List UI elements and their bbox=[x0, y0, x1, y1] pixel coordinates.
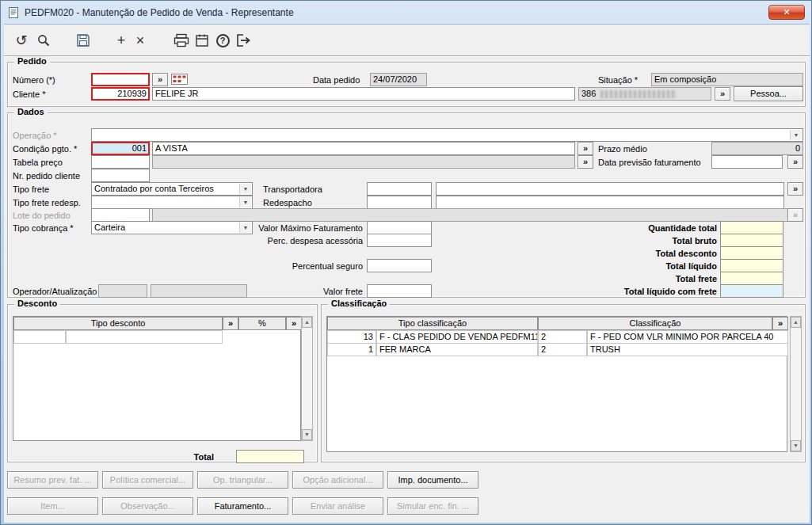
pessoa-lookup-button[interactable]: » bbox=[715, 87, 730, 101]
pessoa-button[interactable]: Pessoa... bbox=[734, 86, 803, 101]
row1-tipo-descricao[interactable]: F - CLAS PEDIDO DE VENDA PEDFM113 bbox=[376, 330, 538, 344]
scroll-down-icon[interactable]: ▼ bbox=[791, 440, 801, 451]
redacted-person-name bbox=[600, 90, 677, 98]
desconto-tipo-lookup-button[interactable]: » bbox=[223, 317, 238, 330]
schedule-button[interactable] bbox=[193, 31, 212, 50]
numero-matrix-button[interactable] bbox=[171, 74, 188, 85]
data-previsao-input[interactable] bbox=[711, 155, 783, 169]
scroll-up-icon[interactable]: ▲ bbox=[302, 317, 312, 328]
tipo-frete-label: Tipo frete bbox=[13, 185, 49, 194]
operacao-combo[interactable]: ▼ bbox=[91, 128, 803, 142]
condicao-pgto-lookup-button[interactable]: » bbox=[578, 142, 593, 155]
operador-label: Operador/Atualização bbox=[13, 287, 97, 296]
numero-lookup-button[interactable]: » bbox=[152, 73, 168, 86]
perc-despesa-label: Perc. despesa acessória bbox=[257, 236, 363, 245]
calendar-icon bbox=[195, 33, 209, 48]
redespacho-descricao-field bbox=[436, 196, 784, 209]
chevron-down-icon[interactable]: ▼ bbox=[239, 197, 251, 207]
total-liquido-label: Total líquido bbox=[570, 261, 717, 271]
save-icon bbox=[76, 33, 90, 48]
dados-legend: Dados bbox=[14, 107, 48, 116]
lote-pedido-descricao-field bbox=[152, 208, 803, 222]
transportadora-descricao-field bbox=[436, 182, 784, 196]
transportadora-input[interactable] bbox=[367, 182, 432, 196]
help-button[interactable]: ? bbox=[213, 31, 232, 50]
delete-button[interactable]: × bbox=[131, 31, 150, 50]
transportadora-lookup-button[interactable]: » bbox=[787, 182, 803, 196]
op-triangular-button: Op. triangular... bbox=[197, 471, 288, 489]
tipo-frete-combo[interactable]: Contratado por conta Terceiros ▼ bbox=[91, 182, 253, 196]
classificacao-lookup-button[interactable]: » bbox=[772, 317, 788, 330]
search-button[interactable] bbox=[34, 31, 53, 50]
lote-pedido-label: Lote do pedido bbox=[13, 211, 71, 220]
percentual-seguro-label: Percentual seguro bbox=[257, 261, 363, 271]
tipo-frete-redesp-combo[interactable]: ▼ bbox=[91, 196, 253, 209]
save-button[interactable] bbox=[74, 31, 93, 50]
tipo-cobranca-combo[interactable]: Carteira ▼ bbox=[91, 221, 253, 234]
exit-button[interactable] bbox=[234, 31, 253, 50]
numero-input[interactable] bbox=[91, 73, 150, 86]
row2-codigo[interactable]: 2 bbox=[538, 343, 587, 356]
desconto-percentual-lookup-button[interactable]: » bbox=[286, 317, 302, 330]
operador-field-2 bbox=[151, 284, 247, 298]
data-previsao-lookup-button[interactable]: » bbox=[787, 155, 803, 169]
condicao-pgto-input[interactable]: 001 bbox=[91, 142, 150, 155]
tabela-preco-input[interactable] bbox=[91, 155, 150, 169]
cliente-codigo-input[interactable]: 210939 bbox=[91, 87, 150, 101]
classificacao-legend: Classificação bbox=[328, 299, 390, 308]
redespacho-input[interactable] bbox=[367, 196, 432, 209]
tabela-preco-descricao-field bbox=[152, 155, 575, 169]
row1-tipo-codigo[interactable]: 13 bbox=[327, 330, 376, 344]
faturamento-button[interactable]: Faturamento... bbox=[197, 497, 288, 515]
valor-frete-input[interactable] bbox=[367, 284, 432, 298]
scroll-up-icon[interactable]: ▲ bbox=[791, 317, 801, 328]
undo-icon: ↺ bbox=[15, 33, 27, 48]
print-button[interactable] bbox=[172, 31, 191, 50]
chevron-down-icon[interactable]: ▼ bbox=[790, 130, 802, 140]
desconto-cell-descricao[interactable] bbox=[66, 330, 223, 344]
total-bruto-field bbox=[720, 234, 783, 247]
close-button[interactable]: ✕ bbox=[768, 5, 805, 20]
pessoa-codigo-field: 386 bbox=[578, 87, 711, 101]
title-bar[interactable]: PEDFM020 - Manutenção de Pedido de Venda… bbox=[1, 1, 811, 24]
nr-pedido-cliente-label: Nr. pedido cliente bbox=[13, 171, 80, 181]
row2-tipo-codigo[interactable]: 1 bbox=[327, 343, 376, 356]
classificacao-header-tipo: Tipo classificação bbox=[327, 317, 538, 330]
desconto-total-field bbox=[236, 450, 304, 463]
opcao-adicional-button: Opção adicional... bbox=[292, 471, 383, 489]
chevron-down-icon[interactable]: ▼ bbox=[239, 223, 251, 233]
operacao-label: Operação * bbox=[13, 131, 57, 140]
row2-tipo-descricao[interactable]: FER MARCA bbox=[376, 343, 538, 356]
imp-documento-button[interactable]: Imp. documento... bbox=[387, 471, 478, 489]
lote-pedido-input[interactable] bbox=[91, 208, 150, 222]
close-icon: ✕ bbox=[783, 7, 790, 17]
tabela-preco-lookup-button[interactable]: » bbox=[578, 155, 593, 169]
nr-pedido-cliente-input[interactable] bbox=[91, 169, 150, 182]
total-desconto-label: Total desconto bbox=[570, 249, 717, 258]
politica-comercial-button: Política comercial... bbox=[102, 471, 193, 489]
desconto-scrollbar[interactable]: ▲ ▼ bbox=[301, 316, 313, 441]
total-bruto-label: Total bruto bbox=[570, 236, 717, 245]
valor-maximo-input[interactable] bbox=[367, 221, 432, 234]
quantidade-total-label: Quantidade total bbox=[570, 223, 717, 233]
transportadora-label: Transportadora bbox=[263, 185, 322, 194]
prazo-medio-label: Prazo médio bbox=[598, 144, 647, 154]
toolbar-divider bbox=[4, 55, 810, 57]
desconto-cell-codigo[interactable] bbox=[13, 330, 66, 344]
numero-label: Número (*) bbox=[13, 75, 55, 85]
condicao-pgto-label: Condição pgto. * bbox=[13, 144, 77, 154]
undo-button[interactable]: ↺ bbox=[12, 31, 31, 50]
add-button[interactable]: + bbox=[112, 31, 131, 50]
data-previsao-label: Data previsão faturamento bbox=[598, 158, 701, 167]
classificacao-scrollbar[interactable]: ▲ ▼ bbox=[790, 316, 802, 452]
situacao-field: Em composição bbox=[651, 73, 803, 86]
row1-codigo[interactable]: 2 bbox=[538, 330, 587, 344]
chevron-down-icon[interactable]: ▼ bbox=[239, 184, 251, 194]
row2-descricao[interactable]: TRUSH bbox=[587, 343, 788, 356]
cliente-nome-field: FELIPE JR bbox=[152, 87, 575, 101]
tabela-preco-label: Tabela preço bbox=[13, 158, 63, 167]
percentual-seguro-input[interactable] bbox=[367, 259, 432, 272]
row1-descricao[interactable]: F - PED COM VLR MINIMO POR PARCELA 40 bbox=[587, 330, 788, 344]
perc-despesa-input[interactable] bbox=[367, 234, 432, 247]
scroll-down-icon[interactable]: ▼ bbox=[302, 429, 312, 440]
